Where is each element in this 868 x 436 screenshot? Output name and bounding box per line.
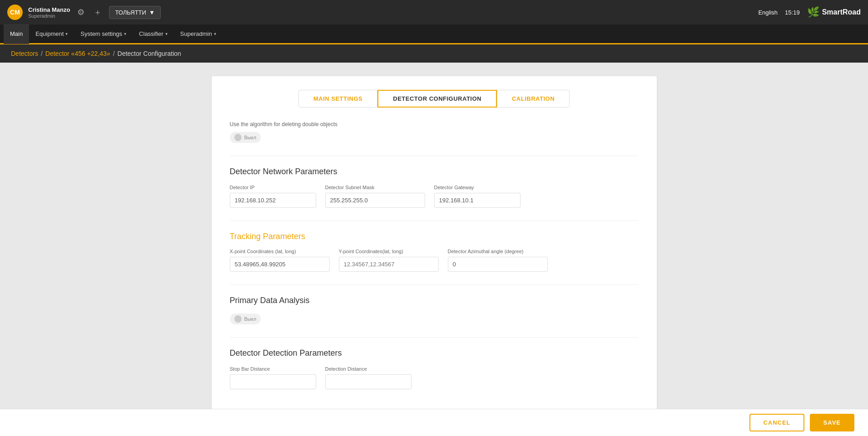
gateway-label: Detector Gateway (434, 185, 521, 190)
nav-equipment[interactable]: Equipment ▾ (29, 24, 74, 44)
detector-network-fields: Detector IP Detector Subnet Mask Detecto… (230, 185, 639, 208)
tracking-fields: X-point Coordinates (lat, long) Y-point … (230, 249, 639, 272)
chevron-down-icon: ▾ (124, 31, 126, 36)
tabs-row: MAIN SETTINGS DETECTOR CONFIGURATION CAL… (230, 90, 639, 108)
tab-main-settings[interactable]: MAIN SETTINGS (298, 90, 377, 108)
user-role: Superadmin (28, 13, 70, 19)
add-icon[interactable]: ＋ (92, 5, 104, 20)
stop-bar-group: Stop Bar Distance (230, 366, 316, 389)
divider-2 (230, 220, 639, 221)
subnet-mask-input[interactable] (325, 193, 425, 208)
detector-network-title: Detector Network Parameters (230, 167, 639, 176)
main-content: MAIN SETTINGS DETECTOR CONFIGURATION CAL… (0, 63, 868, 434)
breadcrumb: Detectors / Detector «456 +22,43» / Dete… (0, 44, 868, 63)
brand-name: SmartRoad (822, 8, 861, 16)
nav-superadmin[interactable]: Superadmin ▾ (174, 24, 223, 44)
subnet-mask-label: Detector Subnet Mask (325, 185, 425, 190)
time-display: 15:19 (785, 9, 800, 16)
nav-system-settings[interactable]: System settings ▾ (74, 24, 133, 44)
language-selector[interactable]: English (758, 9, 778, 16)
gateway-input[interactable] (434, 193, 521, 208)
y-point-group: Y-point Coordinates(lat, long) (339, 249, 439, 272)
tab-detector-configuration[interactable]: DETECTOR CONFIGURATION (377, 90, 497, 108)
toggle-off-label: Выкл (244, 135, 257, 140)
gateway-group: Detector Gateway (434, 185, 521, 208)
x-point-label: X-point Coordinates (lat, long) (230, 249, 330, 254)
user-info: Cristina Manzo Superadmin (28, 6, 70, 19)
detection-params-title: Detector Detection Parameters (230, 348, 639, 358)
divider-1 (230, 156, 639, 156)
double-objects-toggle[interactable]: Выкл (230, 132, 261, 143)
chevron-down-icon: ▾ (165, 31, 168, 36)
detector-ip-label: Detector IP (230, 185, 316, 190)
x-point-group: X-point Coordinates (lat, long) (230, 249, 330, 272)
primary-data-title: Primary Data Analysis (230, 296, 639, 305)
breadcrumb-sep: / (41, 50, 43, 57)
brand: 🌿 SmartRoad (807, 6, 861, 18)
detection-distance-group: Detection Distance (325, 366, 412, 389)
stop-bar-label: Stop Bar Distance (230, 366, 316, 372)
chevron-down-icon: ▼ (149, 9, 155, 16)
azimuthal-group: Detector Azimuthal angle (degree) (448, 249, 548, 272)
tracking-section: Tracking Parameters X-point Coordinates … (230, 232, 639, 272)
detector-ip-input[interactable] (230, 193, 316, 208)
tab-calibration[interactable]: CALIBRATION (497, 90, 570, 108)
save-button[interactable]: SAVE (810, 414, 854, 431)
breadcrumb-sep-2: / (113, 50, 115, 57)
detection-params-fields: Stop Bar Distance Detection Distance (230, 366, 639, 389)
nav-bar: Main Equipment ▾ System settings ▾ Class… (0, 24, 868, 44)
avatar: CM (7, 5, 23, 20)
double-objects-label: Use the algorithm for deleting double ob… (230, 121, 639, 127)
toggle-circle-2 (234, 315, 242, 323)
breadcrumb-current: Detector Configuration (118, 50, 181, 57)
brand-icon: 🌿 (807, 6, 819, 18)
city-label: ТОЛЬЯТТИ (115, 9, 146, 16)
azimuthal-label: Detector Azimuthal angle (degree) (448, 249, 548, 254)
y-point-input[interactable] (339, 257, 439, 272)
breadcrumb-detector[interactable]: Detector «456 +22,43» (45, 50, 110, 57)
primary-data-toggle[interactable]: Выкл (230, 314, 261, 324)
toggle-circle (234, 134, 242, 141)
double-objects-section: Use the algorithm for deleting double ob… (230, 121, 639, 143)
divider-4 (230, 337, 639, 338)
bottom-bar: CANCEL SAVE (0, 409, 868, 436)
chevron-down-icon: ▾ (65, 31, 68, 36)
y-point-label: Y-point Coordinates(lat, long) (339, 249, 439, 254)
cancel-button[interactable]: CANCEL (749, 414, 804, 431)
x-point-input[interactable] (230, 257, 330, 272)
chevron-down-icon: ▾ (214, 31, 216, 36)
breadcrumb-detectors[interactable]: Detectors (11, 50, 38, 57)
detection-distance-input[interactable] (325, 374, 412, 389)
user-name: Cristina Manzo (28, 6, 70, 13)
stop-bar-input[interactable] (230, 374, 316, 389)
tracking-title: Tracking Parameters (230, 232, 639, 241)
top-bar: CM Cristina Manzo Superadmin ⚙ ＋ ТОЛЬЯТТ… (0, 0, 868, 24)
detector-network-section: Detector Network Parameters Detector IP … (230, 167, 639, 208)
subnet-mask-group: Detector Subnet Mask (325, 185, 425, 208)
divider-3 (230, 284, 639, 285)
primary-data-toggle-label: Выкл (244, 316, 257, 322)
detection-distance-label: Detection Distance (325, 366, 412, 372)
nav-main[interactable]: Main (4, 24, 29, 44)
primary-data-section: Primary Data Analysis Выкл (230, 296, 639, 324)
city-selector[interactable]: ТОЛЬЯТТИ ▼ (109, 6, 160, 19)
settings-icon[interactable]: ⚙ (75, 5, 86, 19)
detector-ip-group: Detector IP (230, 185, 316, 208)
nav-classifier[interactable]: Classifier ▾ (133, 24, 174, 44)
detection-params-section: Detector Detection Parameters Stop Bar D… (230, 348, 639, 389)
azimuthal-input[interactable] (448, 257, 548, 272)
content-card: MAIN SETTINGS DETECTOR CONFIGURATION CAL… (212, 76, 657, 420)
